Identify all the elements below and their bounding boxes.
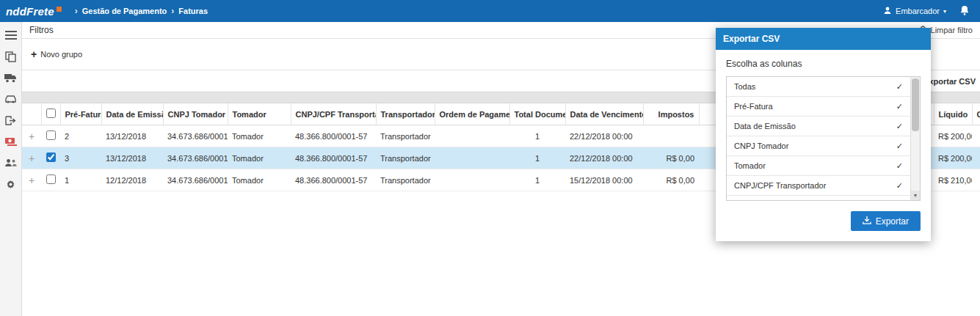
cell-data-emissao: 12/12/2018 — [101, 169, 163, 191]
cell-impostos: R$ 0,00 — [643, 169, 699, 191]
column-option-cnpj-tomador[interactable]: CNPJ Tomador ✓ — [727, 136, 910, 156]
users-icon[interactable] — [3, 155, 19, 170]
column-option-todas[interactable]: Todas ✓ — [727, 77, 910, 97]
row-checkbox[interactable] — [46, 174, 56, 184]
col-transportador[interactable]: Transportador — [376, 103, 435, 125]
col-cnpj-cpf-transportador[interactable]: CNPJ/CPF Transportador — [291, 103, 376, 125]
col-pre-fatura[interactable]: Pré-Fatura — [60, 103, 101, 125]
modal-scrollbar[interactable]: ▼ — [910, 77, 920, 200]
user-menu-label: Embarcador — [896, 7, 940, 15]
scroll-down-icon[interactable]: ▼ — [911, 191, 920, 200]
column-option-cnpj-cpf-transportador[interactable]: CNPJ/CPF Transportador ✓ — [727, 176, 910, 196]
col-tomador[interactable]: Tomador — [228, 103, 291, 125]
select-all-header — [41, 103, 60, 125]
cell-cobranca — [972, 169, 980, 191]
chevron-right-icon: › — [75, 6, 78, 16]
download-icon — [863, 216, 871, 227]
filters-title: Filtros — [29, 25, 54, 35]
menu-icon[interactable] — [3, 28, 19, 43]
expand-row-button[interactable]: + — [22, 169, 41, 191]
column-option-transportador[interactable]: Transportador ✓ — [727, 196, 910, 201]
check-icon: ✓ — [896, 82, 903, 92]
app-logo-text: nddFrete — [6, 5, 54, 18]
col-cobranca[interactable]: Cobrança — [972, 103, 980, 125]
column-option-pre-fatura[interactable]: Pré-Fatura ✓ — [727, 97, 910, 117]
app-logo: nddFrete — [6, 5, 62, 18]
cell-cobranca — [972, 125, 980, 147]
new-group-label: Novo grupo — [40, 50, 82, 59]
truck-icon[interactable] — [3, 70, 19, 85]
cell-cnpj-tomador: 34.673.686/0001-01 — [163, 169, 228, 191]
topbar: nddFrete › Gestão de Pagamento › Faturas… — [0, 0, 980, 22]
cell-pre-fatura: 2 — [60, 125, 101, 147]
column-option-tomador[interactable]: Tomador ✓ — [727, 156, 910, 176]
check-icon: ✓ — [896, 142, 903, 151]
exit-icon[interactable] — [3, 113, 19, 128]
modal-export-button[interactable]: Exportar — [851, 211, 921, 231]
col-ordem-pagamento[interactable]: Ordem de Pagamento — [435, 103, 509, 125]
select-all-checkbox[interactable] — [46, 109, 56, 118]
cell-liquido: R$ 200,00 — [934, 147, 972, 169]
col-total-documentos[interactable]: Total Documentos — [509, 103, 565, 125]
cell-cnpj-tomador: 34.673.686/0001-01 — [163, 125, 228, 147]
col-cnpj-tomador[interactable]: CNPJ Tomador — [163, 103, 228, 125]
cell-cnpj-cpf-transportador: 48.366.800/0001-57 — [291, 125, 376, 147]
cell-transportador: Transportador — [376, 125, 435, 147]
chevron-right-icon: › — [171, 6, 174, 16]
user-menu[interactable]: Embarcador ▾ — [879, 6, 951, 16]
option-label: Todas — [734, 82, 755, 91]
column-option-data-emissao[interactable]: Data de Emissão ✓ — [727, 117, 910, 136]
cell-ordem-pagamento — [435, 125, 509, 147]
expand-column-header — [22, 103, 41, 125]
cell-total-documentos: 1 — [509, 169, 565, 191]
documents-icon[interactable] — [3, 49, 19, 64]
modal-subtitle: Escolha as colunas — [726, 59, 921, 69]
cell-pre-fatura: 1 — [60, 169, 101, 191]
cell-total-documentos: 1 — [509, 147, 565, 169]
cell-data-emissao: 13/12/2018 — [101, 147, 163, 169]
row-checkbox[interactable] — [46, 153, 56, 162]
cell-data-vencimento: 15/12/2018 00:00 — [565, 169, 643, 191]
option-label: CNPJ/CPF Transportador — [734, 181, 826, 190]
modal-title: Exportar CSV — [716, 28, 931, 50]
sidebar — [0, 22, 22, 316]
cell-transportador: Transportador — [376, 147, 435, 169]
breadcrumb-item-faturas[interactable]: Faturas — [178, 7, 208, 15]
check-icon: ✓ — [896, 161, 903, 171]
notifications-icon[interactable] — [955, 4, 974, 18]
cell-cobranca — [972, 147, 980, 169]
option-label: Data de Emissão — [734, 122, 796, 131]
col-impostos[interactable]: Impostos — [643, 103, 699, 125]
option-label: CNPJ Tomador — [734, 142, 788, 150]
cell-tomador: Tomador — [228, 169, 291, 191]
cell-impostos: R$ 0,00 — [643, 147, 699, 169]
expand-row-button[interactable]: + — [22, 147, 41, 169]
user-icon — [883, 6, 892, 16]
cell-data-emissao: 13/12/2018 — [101, 125, 163, 147]
new-group-button[interactable]: + Novo grupo — [31, 48, 82, 60]
col-data-emissao[interactable]: Data de Emissão↓ — [101, 103, 163, 125]
vehicle-icon[interactable] — [3, 92, 19, 106]
cell-data-vencimento: 22/12/2018 00:00 — [565, 147, 643, 169]
check-icon: ✓ — [896, 122, 903, 131]
settings-icon[interactable] — [3, 177, 19, 191]
check-icon: ✓ — [896, 201, 903, 202]
payment-icon[interactable] — [3, 134, 19, 149]
row-checkbox[interactable] — [46, 131, 56, 140]
cell-total-documentos: 1 — [509, 125, 565, 147]
cell-pre-fatura: 3 — [60, 147, 101, 169]
cell-tomador: Tomador — [228, 147, 291, 169]
col-liquido[interactable]: Líquido — [934, 103, 972, 125]
option-label: Tomador — [734, 161, 766, 170]
cell-liquido: R$ 200,00 — [934, 125, 972, 147]
expand-row-button[interactable]: + — [22, 125, 41, 147]
clear-filter-label: Limpar filtro — [931, 26, 973, 34]
col-data-emissao-label: Data de Emissão — [106, 110, 164, 119]
col-data-vencimento[interactable]: Data de Vencimento — [565, 103, 643, 125]
cell-transportador: Transportador — [376, 169, 435, 191]
cell-liquido: R$ 210,00 — [934, 169, 972, 191]
breadcrumb-item-gestao[interactable]: Gestão de Pagamento — [82, 7, 167, 15]
cell-cnpj-cpf-transportador: 48.366.800/0001-57 — [291, 169, 376, 191]
check-icon: ✓ — [896, 181, 903, 191]
scrollbar-thumb[interactable] — [912, 78, 919, 131]
